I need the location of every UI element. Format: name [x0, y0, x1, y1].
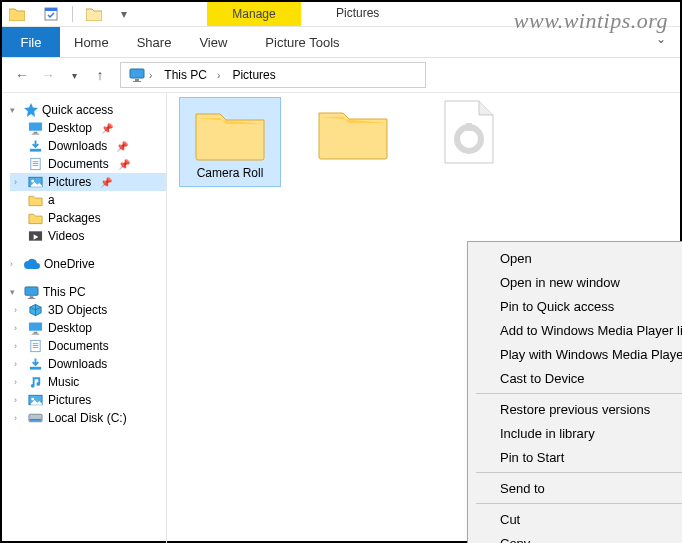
downloads-icon: [28, 139, 43, 153]
qat-dropdown-icon[interactable]: ▾: [119, 5, 129, 23]
folder-icon: [28, 211, 43, 225]
svg-rect-3: [135, 79, 139, 81]
menu-item-label: Restore previous versions: [500, 402, 650, 417]
menu-item-play-with-windows-media-player[interactable]: Play with Windows Media Player: [470, 342, 682, 366]
new-folder-qat-icon[interactable]: [85, 5, 103, 23]
tab-picture-tools[interactable]: Picture Tools: [251, 27, 353, 57]
sidebar-item-local-disk-c-[interactable]: ›Local Disk (C:): [10, 409, 166, 427]
sidebar-item-a[interactable]: a: [10, 191, 166, 209]
sidebar-item-pictures[interactable]: ›Pictures📌: [10, 173, 166, 191]
quick-access-header[interactable]: ▾ Quick access: [10, 101, 166, 119]
tab-share[interactable]: Share: [123, 27, 186, 57]
address-bar[interactable]: › This PC› Pictures: [120, 62, 426, 88]
pictures-icon: [28, 175, 43, 189]
sidebar-item-downloads[interactable]: Downloads📌: [10, 137, 166, 155]
sidebar-item-label: Desktop: [48, 121, 92, 135]
downloads-icon: [28, 357, 43, 371]
this-pc-label: This PC: [43, 285, 86, 299]
content-pane[interactable]: Camera Roll OpenOpen in new windowPin to…: [167, 93, 680, 543]
chevron-right-icon: ›: [149, 70, 152, 81]
menu-item-label: Send to: [500, 481, 545, 496]
context-menu: OpenOpen in new windowPin to Quick acces…: [467, 241, 682, 543]
forward-button[interactable]: →: [38, 65, 58, 85]
breadcrumb-root[interactable]: ›: [123, 68, 158, 82]
svg-rect-1: [45, 8, 57, 11]
pin-icon: 📌: [101, 123, 113, 134]
sidebar-item-pictures[interactable]: ›Pictures: [10, 391, 166, 409]
sidebar-item-desktop[interactable]: ›Desktop: [10, 319, 166, 337]
sidebar-item-documents[interactable]: ›Documents: [10, 337, 166, 355]
quick-access-label: Quick access: [42, 103, 113, 117]
svg-rect-7: [32, 134, 40, 135]
cloud-icon: [24, 258, 40, 270]
menu-item-open[interactable]: Open: [470, 246, 682, 270]
menu-item-pin-to-quick-access[interactable]: Pin to Quick access: [470, 294, 682, 318]
menu-item-label: Add to Windows Media Player list: [500, 323, 682, 338]
menu-item-cast-to-device[interactable]: Cast to Device〉: [470, 366, 682, 390]
tab-home[interactable]: Home: [60, 27, 123, 57]
sidebar-item-3d-objects[interactable]: ›3D Objects: [10, 301, 166, 319]
menu-item-cut[interactable]: Cut: [470, 507, 682, 531]
body: ▾ Quick access Desktop📌Downloads📌Documen…: [2, 93, 680, 543]
onedrive-label: OneDrive: [44, 257, 95, 271]
pin-icon: 📌: [100, 177, 112, 188]
menu-item-send-to[interactable]: Send to〉: [470, 476, 682, 500]
monitor-icon: [24, 286, 39, 299]
svg-rect-12: [33, 165, 39, 166]
menu-item-label: Include in library: [500, 426, 595, 441]
menu-item-open-in-new-window[interactable]: Open in new window: [470, 270, 682, 294]
svg-rect-5: [29, 122, 42, 130]
watermark: www.wintips.org: [514, 8, 668, 34]
menu-item-restore-previous-versions[interactable]: Restore previous versions: [470, 397, 682, 421]
sidebar-item-videos[interactable]: Videos: [10, 227, 166, 245]
navigation-bar: ← → ▾ ↑ › This PC› Pictures: [2, 58, 680, 93]
menu-item-include-in-library[interactable]: Include in library〉: [470, 421, 682, 445]
menu-item-pin-to-start[interactable]: Pin to Start: [470, 445, 682, 469]
file-tab[interactable]: File: [2, 27, 60, 57]
sidebar-item-desktop[interactable]: Desktop📌: [10, 119, 166, 137]
tab-view[interactable]: View: [185, 27, 241, 57]
breadcrumb-this-pc[interactable]: This PC›: [158, 68, 226, 82]
sidebar-item-music[interactable]: ›Music: [10, 373, 166, 391]
recent-locations-icon[interactable]: ▾: [64, 65, 84, 85]
this-pc-header[interactable]: ▾ This PC: [10, 283, 166, 301]
ribbon-collapse-icon[interactable]: ⌄: [656, 32, 666, 46]
menu-separator: [476, 472, 682, 473]
chevron-right-icon: ›: [14, 341, 17, 351]
chevron-right-icon: ›: [14, 413, 17, 423]
window-title: Pictures: [336, 6, 379, 20]
sidebar-item-label: Local Disk (C:): [48, 411, 127, 425]
desktop-icon: [28, 321, 43, 335]
properties-qat-icon[interactable]: [42, 5, 60, 23]
sidebar-item-downloads[interactable]: ›Downloads: [10, 355, 166, 373]
folder-item-camera-roll[interactable]: Camera Roll: [179, 97, 281, 187]
sidebar-item-label: Desktop: [48, 321, 92, 335]
contextual-tab-header: Manage: [207, 2, 301, 26]
sidebar-item-label: Documents: [48, 339, 109, 353]
sidebar-item-label: Packages: [48, 211, 101, 225]
sidebar-item-packages[interactable]: Packages: [10, 209, 166, 227]
sidebar-item-documents[interactable]: Documents📌: [10, 155, 166, 173]
chevron-right-icon: ›: [14, 359, 17, 369]
pictures-icon: [28, 393, 43, 407]
chevron-right-icon: ›: [14, 323, 17, 333]
onedrive-header[interactable]: › OneDrive: [10, 255, 166, 273]
file-item[interactable]: [419, 93, 519, 169]
menu-item-copy[interactable]: Copy: [470, 531, 682, 543]
file-icon: [441, 99, 497, 165]
sidebar-item-label: Downloads: [48, 357, 107, 371]
svg-rect-20: [34, 332, 38, 334]
chevron-right-icon: ›: [14, 177, 17, 187]
back-button[interactable]: ←: [12, 65, 32, 85]
menu-item-add-to-windows-media-player-list[interactable]: Add to Windows Media Player list: [470, 318, 682, 342]
chevron-down-icon: ▾: [10, 287, 20, 297]
navigation-pane: ▾ Quick access Desktop📌Downloads📌Documen…: [2, 93, 167, 543]
up-button[interactable]: ↑: [90, 65, 110, 85]
disk-icon: [28, 411, 43, 425]
breadcrumb-pictures[interactable]: Pictures: [226, 68, 281, 82]
svg-rect-19: [29, 322, 42, 330]
folder-icon: [28, 193, 43, 207]
chevron-right-icon: ›: [217, 70, 220, 81]
sidebar-item-label: 3D Objects: [48, 303, 107, 317]
folder-item[interactable]: [303, 97, 403, 165]
